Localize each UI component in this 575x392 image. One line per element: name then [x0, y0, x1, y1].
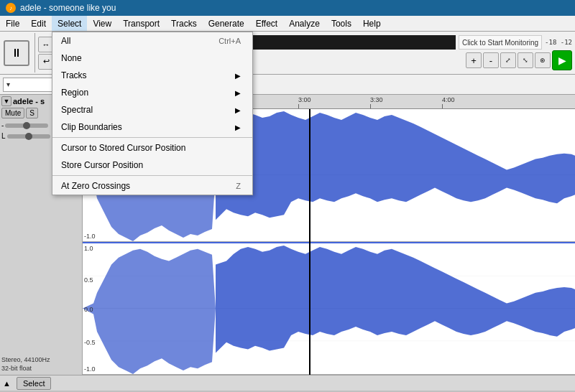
- gain-slider[interactable]: [5, 123, 48, 128]
- waveform-svg-bottom: [83, 243, 575, 374]
- select-dropdown: All Ctrl+A None Tracks ▶ Region ▶ Spectr…: [52, 32, 253, 195]
- zoom-in-btn2[interactable]: +: [466, 52, 482, 68]
- menu-generate[interactable]: Generate: [203, 16, 250, 31]
- zoom-cursor-btn[interactable]: ⊛: [535, 52, 551, 68]
- pan-label: L: [1, 132, 6, 140]
- ruler-tick-3-00: 3:00: [298, 96, 311, 103]
- title-bar: ♪ adele - someone like you: [0, 0, 575, 16]
- menu-effect[interactable]: Effect: [250, 16, 283, 31]
- select-clip-boundaries[interactable]: Clip Boundaries ▶: [52, 118, 252, 136]
- mute-button[interactable]: Mute: [1, 108, 24, 118]
- status-bar: ▲ Select: [0, 375, 575, 391]
- menu-tools[interactable]: Tools: [326, 16, 357, 31]
- menu-separator-2: [52, 175, 252, 176]
- select-button[interactable]: Select: [17, 377, 52, 390]
- menu-select[interactable]: Select All Ctrl+A None Tracks ▶ Region ▶: [52, 16, 87, 31]
- click-to-monitor[interactable]: Click to Start Monitoring: [459, 35, 542, 50]
- menu-bar: File Edit Select All Ctrl+A None Tracks …: [0, 16, 575, 32]
- zoom-out-btn2[interactable]: -: [483, 52, 499, 68]
- app-icon: ♪: [6, 3, 16, 13]
- arrow-up-icon[interactable]: ▲: [3, 379, 11, 388]
- menu-analyze[interactable]: Analyze: [283, 16, 326, 31]
- play-button[interactable]: ▶: [552, 50, 572, 70]
- select-cursor-stored[interactable]: Cursor to Stored Cursor Position: [52, 139, 252, 157]
- ruler-tick-3-30: 3:30: [370, 96, 383, 103]
- solo-button[interactable]: S: [26, 108, 38, 118]
- select-tracks[interactable]: Tracks ▶: [52, 67, 252, 84]
- meter-db-right: -18 -12: [545, 39, 572, 46]
- ruler-tick-4-00: 4:00: [442, 96, 455, 103]
- transport-controls: ⏸: [3, 33, 35, 73]
- track-name: adele - s: [13, 97, 45, 106]
- menu-file[interactable]: File: [0, 16, 25, 31]
- select-region[interactable]: Region ▶: [52, 84, 252, 101]
- window-title: adele - someone like you: [20, 3, 116, 13]
- menu-transport[interactable]: Transport: [117, 16, 165, 31]
- menu-edit[interactable]: Edit: [25, 16, 52, 31]
- menu-tracks[interactable]: Tracks: [165, 16, 203, 31]
- select-all[interactable]: All Ctrl+A: [52, 32, 252, 50]
- pause-button[interactable]: ⏸: [4, 40, 29, 66]
- zoom-sel-btn[interactable]: ⤡: [518, 52, 533, 68]
- track-collapse-button[interactable]: ▼: [1, 96, 12, 106]
- menu-separator-1: [52, 137, 252, 138]
- pan-slider[interactable]: [7, 134, 50, 139]
- select-store-cursor[interactable]: Store Cursor Position: [52, 157, 252, 174]
- gain-label: -: [1, 121, 4, 129]
- select-none[interactable]: None: [52, 50, 252, 67]
- menu-view[interactable]: View: [87, 16, 117, 31]
- waveform-track-bottom[interactable]: 1.0 0.5 0.0 -0.5 -1.0: [83, 242, 575, 375]
- select-zero-crossings[interactable]: At Zero Crossings Z: [52, 177, 252, 195]
- menu-help[interactable]: Help: [357, 16, 387, 31]
- fit-btn[interactable]: ⤢: [500, 52, 516, 68]
- track-info: Stereo, 44100Hz32-bit float: [1, 355, 80, 373]
- select-spectral[interactable]: Spectral ▶: [52, 101, 252, 118]
